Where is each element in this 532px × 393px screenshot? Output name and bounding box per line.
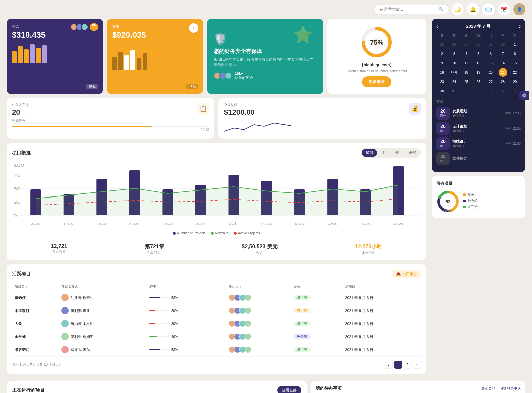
col-status[interactable]: 龙位 ↑ [291,282,342,291]
cal-day[interactable]: 30 [438,87,446,95]
cal-day[interactable]: 31 [450,87,458,95]
search-box[interactable]: 🔍 [375,5,448,14]
cal-day[interactable]: 26 [474,77,483,86]
pagination-prev[interactable]: ‹ [385,361,393,369]
event-time-2: 中午 12:05 [505,126,521,131]
settings-fab[interactable]: ⚙️ [519,91,529,100]
cal-day[interactable]: 3 [486,87,495,95]
cal-day[interactable]: 12 [474,59,483,67]
cal-day[interactable]: 28 [474,40,483,49]
view-all-button[interactable]: 查看全部 [277,386,301,393]
calendar-next-button[interactable]: › [519,23,521,29]
exp-bar-4 [130,50,135,70]
stat-label-active: 活跃项目 [145,250,164,255]
cal-day[interactable]: 8 [511,49,519,58]
pagination-next[interactable]: › [413,361,421,369]
cal-day[interactable]: 14 [499,59,507,67]
avatar[interactable]: 👤 [513,3,525,15]
cal-day[interactable]: 29 [511,77,519,86]
todo-title: 我的待办事项 [316,385,342,391]
cal-day[interactable]: 25 [462,77,471,86]
cal-day[interactable]: 24 [450,77,458,86]
tab-all[interactable]: 全部 [405,149,420,157]
cell-name: 本道项目 [12,304,59,317]
cal-day[interactable]: 9 [438,59,446,67]
cal-day[interactable]: 13 [486,59,495,67]
tab-month[interactable]: 月 [378,149,390,157]
col-manager[interactable]: 项目负责人 ↑ [59,282,147,291]
more-detail-button[interactable]: 更多细节 [362,76,391,87]
cal-day[interactable]: 28 [499,77,507,86]
svg-text:Mar: Mar [96,222,107,225]
cal-day[interactable]: 2 [474,87,483,95]
cell-status: 待行的 [291,304,342,317]
cal-day[interactable]: 5 [474,49,483,58]
cal-day[interactable]: 27 [462,40,471,49]
cal-day[interactable]: 1 [511,40,519,49]
dark-mode-icon[interactable]: 🌙 [452,3,464,15]
event-title-4: 软件框架 [452,156,521,161]
cal-day[interactable]: 4 [499,87,507,95]
event-sub-2: 威特科技 [452,129,502,133]
table-title: 活跃项目 [12,271,31,277]
cal-day[interactable]: 15 [511,59,519,67]
cal-day[interactable]: 11 [462,59,471,67]
cal-day[interactable]: 30 [499,40,507,49]
cal-day[interactable]: 6 [486,49,495,58]
cal-weekday-header: 苏 [436,33,448,39]
cell-due: 2021 年 9 月 6 日 [342,317,421,330]
cal-day[interactable]: 2 [438,49,446,58]
cal-day[interactable]: 22 [511,68,519,77]
notification-icon[interactable]: 🔔 [467,3,479,15]
all-projects-legend: 竞争 待办的 未开始 [460,192,521,211]
col-due[interactable]: 到期日 ↑ [342,282,421,291]
cal-day[interactable]: 25 [438,40,446,49]
page-btn-1[interactable]: 1 [394,361,402,369]
todo-header: 我的待办事项 查看全部 + 添加待办事项 [316,385,521,391]
event-item-1: 20 周一 发展规划 威特科技 中午 12:05 [436,107,521,120]
cal-day[interactable]: 4 [462,49,471,58]
task-count: 20/28 [12,128,209,132]
event-item-4: 20 周一 软件框架 [436,152,521,165]
all-projects-count: 62 [445,199,451,204]
todo-actions: 查看全部 + 添加待办事项 [481,386,521,391]
export-button[interactable]: 📤 出口报告 [392,270,421,278]
cal-day[interactable]: 19 [474,68,483,77]
cal-day[interactable]: 23 [438,77,446,86]
svg-text:Jan: Jan [30,222,40,225]
tab-week[interactable]: 星期 [362,149,377,157]
cal-day[interactable]: 16 [438,68,446,77]
cal-day[interactable]: 7 [499,49,507,58]
calendar-prev-button[interactable]: ‹ [436,23,438,29]
cal-day[interactable]: 20 [486,68,495,77]
col-name[interactable]: 项目名 ↑ [12,282,59,291]
cal-day[interactable]: 21 [499,68,507,77]
svg-text:Dec: Dec [393,222,404,225]
event-sub-1: 威特科技 [452,114,502,118]
col-assignees[interactable]: 受让人 ↑ [226,282,291,291]
cal-day[interactable]: 27 [486,77,495,86]
cards-row-1: 收入 $310.435 25+ 45% [7,19,426,94]
legend-sq-compete [463,193,466,196]
page-btn-2[interactable]: 2 [404,361,412,369]
task-value: 20 [12,108,29,117]
calendar-card: ‹ 2023 年 7 月 › 苏莫途我们社Fr萨2526272829301234… [432,19,525,172]
cal-day[interactable]: 17号 [450,68,458,77]
cal-day[interactable]: 10 [450,59,458,67]
cal-day[interactable]: 3 [450,49,458,58]
cal-day[interactable]: 26 [450,40,458,49]
event-title-2: 设计策划 [452,124,502,129]
cal-day[interactable]: 29 [486,40,495,49]
todo-view-all-link[interactable]: 查看全部 [481,386,495,391]
tab-year[interactable]: 年 [391,149,403,157]
calendar-icon[interactable]: 📅 [498,3,510,15]
mail-icon[interactable]: ✉️ [482,3,495,15]
cal-day[interactable]: 1 [462,87,471,95]
cal-day[interactable]: 18 [462,68,471,77]
cal-day[interactable]: 5 [511,87,519,95]
expense-card: 花费 $920.035 + 45% [107,19,203,94]
todo-add-link[interactable]: + 添加待办事项 [498,386,521,391]
search-input[interactable] [379,7,436,12]
bar-5 [36,48,41,63]
col-progress[interactable]: 进步 ↑ [147,282,226,291]
